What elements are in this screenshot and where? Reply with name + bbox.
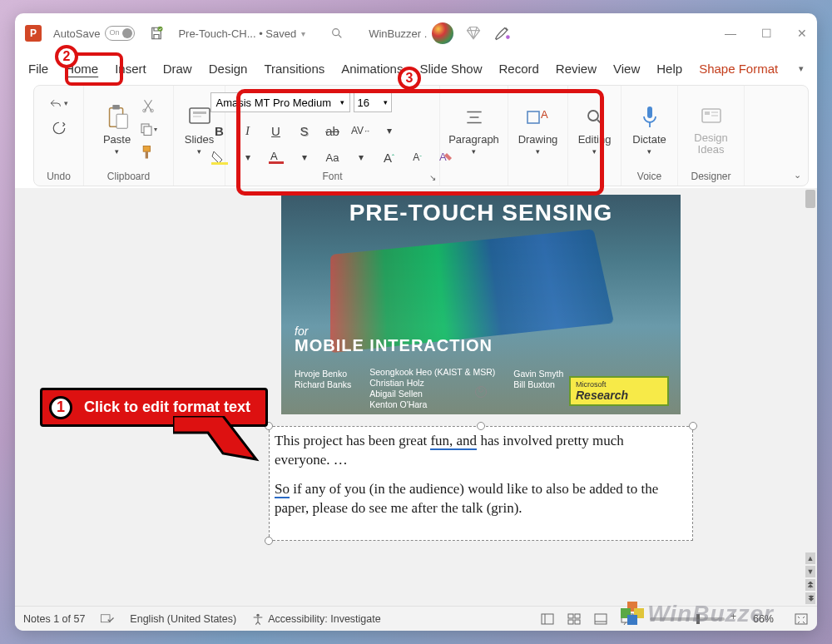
scroll-up-icon[interactable]: ▲ [805,552,815,564]
paste-button[interactable]: Paste ▾ [100,102,134,157]
grow-font-button[interactable]: Aˆ [380,151,399,165]
font-dialog-launcher-icon[interactable]: ↘ [429,173,436,182]
spellcheck-icon[interactable] [100,612,115,626]
tab-record[interactable]: Record [490,57,547,81]
next-slide-icon[interactable]: ⯯ [805,592,815,604]
document-title[interactable]: Pre-Touch-CH... • Saved [178,27,296,40]
char-spacing-button[interactable]: AV↔ [352,125,370,136]
search-icon[interactable] [330,27,344,40]
title-dropdown-icon[interactable]: ▾ [301,29,305,38]
scroll-down-icon[interactable]: ▼ [805,566,815,577]
tab-shape-format[interactable]: Shape Format [691,57,786,81]
copy-button[interactable]: ▾ [139,120,157,138]
maximize-button[interactable]: ☐ [761,27,772,40]
svg-rect-14 [193,111,206,114]
tab-draw[interactable]: Draw [155,57,201,81]
underline-button[interactable]: U [267,124,285,138]
tab-file[interactable]: File [20,57,57,81]
svg-rect-12 [146,151,148,158]
zoom-slider[interactable] [650,617,725,621]
design-ideas-button[interactable]: Design Ideas [686,101,735,158]
paragraph-label: Paragraph [448,133,499,146]
drawing-button[interactable]: A Drawing ▾ [515,102,562,157]
annotation-arrow [173,416,273,474]
format-painter-button[interactable] [139,143,157,161]
tabs-overflow-icon[interactable]: ▾ [790,58,812,79]
selection-handle[interactable] [265,537,273,545]
bold-button[interactable]: B [210,124,229,138]
authors-list: Hrvoje Benko Richard Banks Seongkook Heo… [295,367,563,409]
svg-point-34 [257,613,260,616]
paste-label: Paste [103,133,131,146]
svg-rect-23 [527,111,539,123]
svg-rect-32 [711,115,718,116]
svg-line-26 [597,120,602,125]
svg-rect-10 [144,126,151,136]
font-size-combo[interactable]: 16▾ [354,92,392,112]
ribbon-collapse-icon[interactable]: ⌄ [794,170,801,181]
user-avatar[interactable] [432,22,453,44]
editing-button[interactable]: Editing ▾ [575,102,615,157]
tab-view[interactable]: View [605,57,648,81]
font-name-combo[interactable]: Amasis MT Pro Medium▾ [210,92,350,112]
svg-rect-5 [112,104,120,109]
cut-button[interactable] [139,97,157,115]
change-case-button[interactable]: Aa [324,151,342,164]
redo-button[interactable] [50,119,68,137]
vertical-scrollbar[interactable]: ▲ ▼ ⯭ ⯯ [804,188,817,606]
svg-rect-27 [647,107,652,118]
shadow-button[interactable]: S [295,124,314,138]
selection-handle[interactable] [477,422,485,430]
undo-button[interactable]: ▾ [50,94,68,112]
grammar-flag[interactable]: So [275,481,290,498]
font-color-button[interactable]: A [267,150,285,165]
shrink-font-button[interactable]: Aˇ [409,151,427,163]
sorter-view-button[interactable] [567,612,582,627]
paragraph-button[interactable]: Paragraph ▾ [445,102,503,157]
tab-design[interactable]: Design [201,57,256,81]
svg-rect-38 [575,614,580,618]
prev-slide-icon[interactable]: ⯭ [805,579,815,591]
tab-transitions[interactable]: Transitions [255,57,333,81]
toggle-switch[interactable]: On [105,26,135,41]
zoom-level[interactable]: 66% [753,613,774,625]
draw-pen-icon[interactable] [493,24,512,42]
selection-handle[interactable] [689,422,697,430]
slideshow-button[interactable] [620,612,635,627]
user-name[interactable]: WinBuzzer . [369,27,427,40]
rotation-handle[interactable] [475,386,487,398]
svg-point-1 [333,29,339,36]
strikethrough-button[interactable]: ab [324,124,342,138]
close-button[interactable]: ✕ [797,27,807,40]
zoom-thumb[interactable] [696,614,700,624]
autosave-label: AutoSave [53,27,100,40]
highlight-button[interactable] [210,150,229,165]
annotation-badge-3: 3 [398,67,421,90]
svg-rect-37 [568,614,573,618]
minimize-button[interactable]: — [725,27,736,40]
autosave-toggle[interactable]: AutoSave On [53,26,135,41]
app-icon: P [25,25,42,42]
tab-slideshow[interactable]: Slide Show [411,57,490,81]
notes-textbox[interactable]: This project has been great fun, and has… [269,426,693,541]
svg-rect-30 [705,111,710,115]
scroll-thumb[interactable] [805,190,815,208]
language-status[interactable]: English (United States) [130,613,236,625]
tab-review[interactable]: Review [547,57,605,81]
svg-rect-46 [795,614,807,624]
tab-help[interactable]: Help [648,57,691,81]
editing-label: Editing [578,133,612,146]
normal-view-button[interactable] [540,612,555,627]
italic-button[interactable]: I [239,124,257,138]
dictate-button[interactable]: Dictate ▾ [629,102,669,157]
premium-icon[interactable] [465,25,482,42]
fit-to-window-button[interactable] [794,612,809,627]
annotation-badge-1: 1 [49,396,72,419]
notes-counter[interactable]: Notes 1 of 57 [23,613,85,625]
grammar-flag[interactable]: fun, and [430,433,477,450]
char-spacing-menu[interactable]: ▾ [380,125,399,136]
save-icon[interactable] [146,23,166,43]
reading-view-button[interactable] [593,612,608,627]
accessibility-status[interactable]: Accessibility: Investigate [251,612,380,626]
group-voice-label: Voice [630,169,669,186]
